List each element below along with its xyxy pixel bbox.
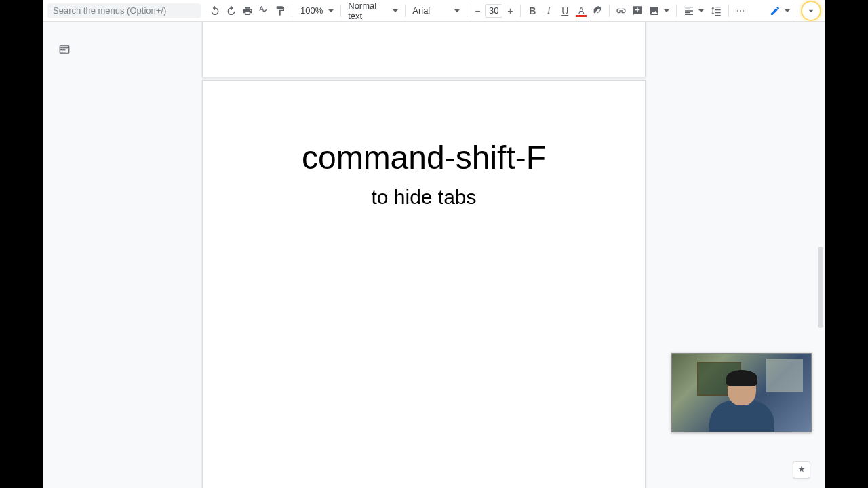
app-frame: Search the menus (Option+/) 100% Normal … bbox=[43, 0, 825, 488]
add-comment-button[interactable] bbox=[630, 3, 645, 18]
insert-image-button[interactable] bbox=[646, 5, 672, 16]
hide-menus-button[interactable] bbox=[802, 1, 821, 20]
decrease-font-size-button[interactable]: − bbox=[471, 3, 484, 18]
font-size-control: − + bbox=[471, 3, 516, 18]
show-outline-button[interactable] bbox=[56, 41, 73, 58]
separator bbox=[292, 5, 292, 17]
doc-heading[interactable]: command-shift-F bbox=[203, 139, 645, 176]
page-previous[interactable] bbox=[202, 22, 646, 77]
separator bbox=[405, 5, 406, 17]
separator bbox=[797, 5, 797, 17]
color-bar bbox=[576, 15, 587, 17]
caret-down-icon bbox=[698, 9, 704, 12]
undo-button[interactable] bbox=[208, 3, 222, 18]
webcam-person bbox=[705, 367, 779, 432]
zoom-value: 100% bbox=[299, 5, 324, 16]
doc-subheading[interactable]: to hide tabs bbox=[203, 186, 645, 209]
scroll-thumb[interactable] bbox=[818, 247, 823, 328]
text-color-button[interactable]: A bbox=[574, 3, 589, 18]
font-dropdown[interactable]: Arial bbox=[410, 5, 462, 16]
caret-down-icon bbox=[454, 9, 460, 12]
print-button[interactable] bbox=[240, 3, 255, 18]
caret-down-icon bbox=[785, 9, 790, 12]
spellcheck-button[interactable] bbox=[256, 3, 271, 18]
increase-font-size-button[interactable]: + bbox=[504, 3, 516, 18]
caret-down-icon bbox=[328, 9, 334, 12]
align-button[interactable] bbox=[681, 5, 707, 16]
highlight-ring bbox=[801, 1, 821, 21]
more-button[interactable]: ⋯ bbox=[733, 3, 748, 18]
editing-mode-dropdown[interactable] bbox=[767, 5, 793, 16]
document-body[interactable]: command-shift-F to hide tabs bbox=[203, 81, 645, 209]
paragraph-style-dropdown[interactable]: Normal text bbox=[345, 1, 401, 21]
bold-button[interactable]: B bbox=[525, 3, 540, 18]
zoom-dropdown[interactable]: 100% bbox=[296, 5, 336, 16]
font-size-input[interactable] bbox=[485, 4, 502, 18]
italic-button[interactable]: I bbox=[541, 3, 556, 18]
separator bbox=[609, 5, 610, 17]
separator bbox=[676, 5, 677, 17]
menu-search-input[interactable]: Search the menus (Option+/) bbox=[47, 3, 201, 18]
separator bbox=[728, 5, 729, 17]
redo-button[interactable] bbox=[224, 3, 239, 18]
vertical-scrollbar[interactable] bbox=[816, 43, 825, 488]
webcam-overlay bbox=[671, 353, 812, 432]
insert-link-button[interactable] bbox=[614, 3, 629, 18]
line-spacing-button[interactable] bbox=[708, 5, 724, 16]
font-value: Arial bbox=[412, 5, 450, 16]
highlight-color-button[interactable] bbox=[590, 3, 605, 18]
explore-button[interactable] bbox=[793, 461, 810, 479]
paint-format-button[interactable] bbox=[273, 3, 288, 18]
caret-down-icon bbox=[664, 9, 669, 12]
separator bbox=[520, 5, 521, 17]
style-value: Normal text bbox=[348, 1, 389, 21]
caret-down-icon bbox=[393, 9, 398, 12]
toolbar: Search the menus (Option+/) 100% Normal … bbox=[43, 0, 825, 22]
separator bbox=[340, 5, 341, 17]
page-current[interactable]: command-shift-F to hide tabs bbox=[202, 80, 646, 488]
underline-button[interactable]: U bbox=[557, 3, 572, 18]
separator bbox=[467, 5, 467, 17]
